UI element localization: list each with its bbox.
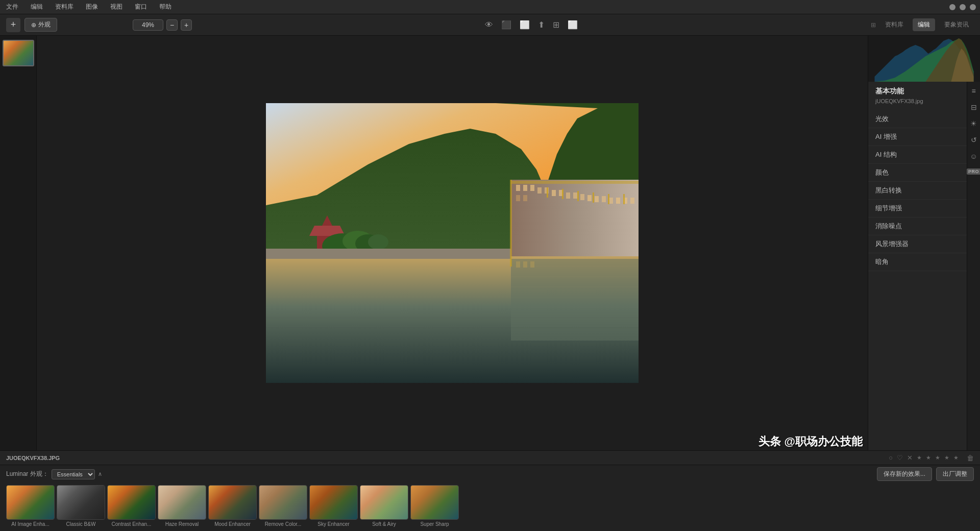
- eye-icon[interactable]: 👁: [485, 20, 493, 30]
- panel-item-detail[interactable]: 细节增强: [868, 200, 980, 218]
- preset-img-remove-color: [259, 486, 307, 519]
- preset-thumb-contrast: [107, 485, 156, 520]
- bottom-filename: JUOEQKVFX38.JPG: [6, 455, 60, 461]
- preset-name-mood: Mood Enhancer: [214, 521, 251, 527]
- layers-icon[interactable]: ≡: [971, 87, 975, 95]
- panel-item-denoise[interactable]: 消除噪点: [868, 218, 980, 235]
- preset-name-bw: Classic B&W: [66, 521, 96, 527]
- svg-rect-13: [566, 192, 570, 199]
- add-button[interactable]: +: [6, 18, 20, 32]
- photo-container: [266, 103, 639, 383]
- svg-rect-15: [580, 194, 584, 200]
- menu-image[interactable]: 图像: [84, 2, 100, 12]
- svg-rect-31: [511, 259, 639, 341]
- svg-rect-7: [537, 187, 542, 194]
- crop-icon[interactable]: ⬜: [520, 20, 530, 30]
- panel-item-color[interactable]: 颜色: [868, 164, 980, 182]
- zoom-plus-button[interactable]: +: [181, 19, 192, 31]
- panel-item-ai-enhance[interactable]: AI 增强: [868, 128, 980, 146]
- filmstrip-item[interactable]: [3, 40, 34, 66]
- reject-icon[interactable]: ✕: [907, 454, 913, 462]
- preset-img-mood: [209, 486, 256, 519]
- preset-super-sharp[interactable]: Super Sharp: [410, 485, 459, 527]
- circle-icon[interactable]: ○: [889, 454, 893, 462]
- save-effect-button[interactable]: 保存新的效果...: [877, 467, 932, 481]
- grid-icon[interactable]: ⊞: [553, 20, 559, 30]
- preset-mood[interactable]: Mood Enhancer: [208, 485, 257, 527]
- tab-info[interactable]: 要象资讯: [939, 18, 974, 31]
- panel-item-vignette[interactable]: 暗角 ☺: [868, 253, 980, 271]
- look-icon: ⊕: [31, 21, 36, 29]
- zoom-value: 49%: [133, 19, 163, 31]
- heart-icon[interactable]: ♡: [897, 454, 903, 462]
- panel-item-ai-structure[interactable]: AI 结构: [868, 146, 980, 164]
- preset-thumb-remove-color: [259, 485, 307, 520]
- window-maximize[interactable]: [960, 4, 966, 10]
- preset-thumb-sharp: [410, 485, 459, 520]
- histogram-chart: [868, 36, 980, 82]
- preset-img-sharp: [411, 486, 458, 519]
- tab-grid-icon: ⊞: [871, 21, 876, 29]
- preset-img-sky: [310, 486, 357, 519]
- panel-item-bw[interactable]: 黑白转换: [868, 182, 980, 200]
- mood-icon[interactable]: ☺: [970, 152, 977, 160]
- preset-remove-color[interactable]: Remove Color...: [259, 485, 307, 527]
- preset-soft-airy[interactable]: Soft & Airy: [360, 485, 408, 527]
- svg-rect-28: [608, 194, 609, 204]
- pro-badge: PRO: [967, 168, 980, 175]
- menu-window[interactable]: 窗口: [133, 2, 149, 12]
- panel-section-title: 基本功能: [868, 82, 980, 98]
- preset-img-contrast: [108, 486, 155, 519]
- preset-sky[interactable]: Sky Enhancer: [309, 485, 358, 527]
- svg-rect-5: [523, 185, 527, 191]
- delete-icon[interactable]: 🗑: [967, 454, 974, 462]
- tab-edit[interactable]: 编辑: [913, 18, 935, 31]
- preset-img-bw: [57, 486, 105, 519]
- star-2[interactable]: ★: [926, 454, 931, 461]
- zoom-minus-button[interactable]: −: [166, 19, 178, 31]
- svg-rect-10: [523, 195, 527, 201]
- presets-row: AI Image Enha... Classic B&W Contrast En…: [0, 481, 980, 531]
- star-3[interactable]: ★: [935, 454, 940, 461]
- menu-view[interactable]: 视图: [108, 2, 125, 12]
- menubar: 文件 编辑 资料库 图像 视图 窗口 帮助: [0, 0, 980, 14]
- menu-library[interactable]: 资料库: [53, 2, 76, 12]
- panel-item-light[interactable]: 光效: [868, 110, 980, 128]
- preset-haze[interactable]: Haze Removal: [158, 485, 206, 527]
- sun-icon[interactable]: ☀: [970, 119, 977, 128]
- look-button[interactable]: ⊕ 外观: [24, 18, 57, 32]
- svg-rect-4: [516, 185, 520, 191]
- star-5[interactable]: ★: [953, 454, 959, 461]
- preset-img-soft: [360, 486, 408, 519]
- presets-dropdown[interactable]: Essentials: [52, 469, 95, 479]
- refresh-icon[interactable]: ↺: [971, 136, 977, 144]
- window-close[interactable]: [970, 4, 976, 10]
- preset-ai-enhance[interactable]: AI Image Enha...: [6, 485, 55, 527]
- preset-thumb-ai: [6, 485, 55, 520]
- menu-edit[interactable]: 编辑: [29, 2, 45, 12]
- canvas-area: [37, 36, 868, 450]
- adjust-icon[interactable]: ⊟: [971, 103, 977, 111]
- svg-rect-19: [609, 198, 613, 204]
- toolbar-right: ⊞ 资料库 编辑 要象资讯: [871, 18, 974, 31]
- tab-library[interactable]: 资料库: [880, 18, 909, 31]
- menu-help[interactable]: 帮助: [157, 2, 174, 12]
- star-1[interactable]: ★: [917, 454, 922, 461]
- menu-file[interactable]: 文件: [4, 2, 20, 12]
- panel-item-landscape[interactable]: 风景增强器 ⊕: [868, 235, 980, 253]
- compare-icon[interactable]: ⬛: [501, 20, 511, 30]
- svg-rect-17: [595, 196, 599, 202]
- window-minimize[interactable]: [949, 4, 955, 10]
- reset-button[interactable]: 出厂调整: [936, 467, 974, 481]
- preset-classic-bw[interactable]: Classic B&W: [57, 485, 105, 527]
- preset-contrast[interactable]: Contrast Enhan...: [107, 485, 156, 527]
- preset-thumb-mood: [208, 485, 257, 520]
- single-icon[interactable]: ⬜: [568, 20, 578, 30]
- preset-thumb-soft: [360, 485, 408, 520]
- svg-rect-22: [630, 198, 634, 204]
- presets-label: Luminar 外观：: [6, 470, 48, 478]
- share-icon[interactable]: ⬆: [538, 20, 545, 30]
- preset-name-soft: Soft & Airy: [372, 521, 396, 527]
- star-4[interactable]: ★: [944, 454, 949, 461]
- bottom-bar: JUOEQKVFX38.JPG ○ ♡ ✕ ★ ★ ★ ★ ★ 🗑: [0, 450, 980, 465]
